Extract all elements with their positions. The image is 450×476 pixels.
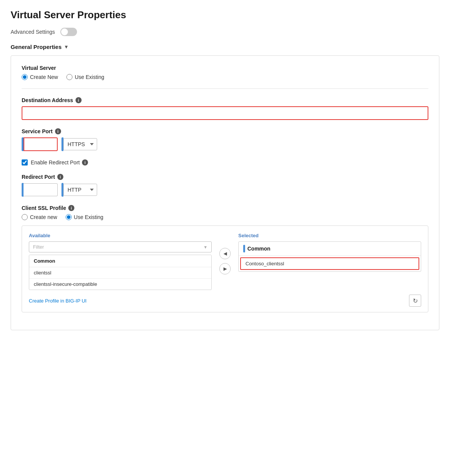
redirect-protocol-wrapper: HTTP HTTPS OTHER [61,183,97,197]
ssl-create-new-radio[interactable] [22,214,28,220]
destination-address-group: Destination Address i 172.16.76.27 [22,97,428,120]
service-port-group: Service Port i 443 HTTPS HTTP OTHER [22,128,428,151]
client-ssl-use-existing[interactable]: Use Existing [66,214,104,220]
service-port-protocol-select[interactable]: HTTPS HTTP OTHER [63,138,97,150]
redirect-port-input-wrapper: 80 [22,183,58,197]
virtual-server-group: Virtual Server Create New Use Existing [22,65,428,80]
service-port-info-icon[interactable]: i [55,128,61,134]
selected-item-contoso[interactable]: Contoso_clientssl [240,257,419,270]
available-group-header: Common [29,255,211,267]
virtual-server-create-new[interactable]: Create New [22,74,58,80]
ssl-footer: Create Profile in BIG-IP UI ↻ [29,295,421,307]
selected-group-header: Common [239,242,421,256]
create-new-label: Create New [30,74,58,80]
create-profile-link[interactable]: Create Profile in BIG-IP UI [29,298,87,304]
advanced-settings-toggle[interactable] [60,28,77,36]
redirect-port-row: 80 HTTP HTTPS OTHER [22,183,428,197]
destination-address-label: Destination Address i [22,97,428,103]
available-list: Common clientssl clientssl-insecure-comp… [29,255,212,290]
service-port-protocol-wrapper: HTTPS HTTP OTHER [61,137,97,151]
redirect-port-label: Redirect Port i [22,174,428,180]
advanced-settings-label: Advanced Settings [11,29,55,35]
filter-icon: ▼ [203,245,208,249]
redirect-port-input[interactable]: 80 [24,183,58,196]
refresh-icon: ↻ [413,297,418,304]
service-port-label: Service Port i [22,128,428,134]
move-left-button[interactable]: ◀ [219,248,231,259]
list-item-clientssl-insecure[interactable]: clientssl-insecure-compatible [29,279,211,290]
ssl-use-existing-radio[interactable] [66,214,72,220]
enable-redirect-info-icon[interactable]: i [82,159,88,165]
enable-redirect-checkbox[interactable] [22,159,28,165]
enable-redirect-label: Enable Redirect Port i [31,159,88,165]
selected-blue-bar [243,245,245,252]
chevron-down-icon: ▼ [64,44,69,50]
ssl-columns: Available ▼ Common clientssl clientssl-i… [29,233,421,290]
redirect-port-info-icon[interactable]: i [57,174,63,180]
create-new-radio[interactable] [22,74,28,80]
general-properties-card: Virtual Server Create New Use Existing D… [11,55,439,330]
client-ssl-radio-group: Create new Use Existing [22,214,428,220]
list-item-clientssl[interactable]: clientssl [29,267,211,279]
divider-1 [22,88,428,89]
redirect-protocol-select[interactable]: HTTP HTTPS OTHER [63,184,97,196]
virtual-server-label: Virtual Server [22,65,428,71]
use-existing-label: Use Existing [75,74,104,80]
ssl-create-new-label: Create new [30,214,57,220]
right-arrow-icon: ▶ [223,266,227,271]
virtual-server-use-existing[interactable]: Use Existing [66,74,104,80]
available-label: Available [29,233,212,238]
filter-input[interactable] [33,244,201,250]
left-arrow-icon: ◀ [223,251,227,256]
service-port-input-wrapper: 443 [22,137,58,151]
use-existing-radio[interactable] [66,74,72,80]
move-right-button[interactable]: ▶ [219,263,231,274]
ssl-selector-container: Available ▼ Common clientssl clientssl-i… [22,225,428,312]
selected-box: Common Contoso_clientssl [238,241,421,272]
service-port-input[interactable]: 443 [24,137,58,151]
client-ssl-group: Client SSL Profile i Create new Use Exis… [22,205,428,312]
destination-address-info-icon[interactable]: i [76,97,82,103]
selected-label: Selected [238,233,421,238]
ssl-use-existing-label: Use Existing [74,214,104,220]
client-ssl-info-icon[interactable]: i [68,205,74,211]
client-ssl-create-new[interactable]: Create new [22,214,57,220]
service-port-row: 443 HTTPS HTTP OTHER [22,137,428,151]
destination-address-input[interactable]: 172.16.76.27 [22,106,428,120]
general-properties-header[interactable]: General Properties ▼ [11,44,439,50]
page-title: Virtual Server Properties [11,9,439,21]
selected-column: Selected Common Contoso_clientssl [238,233,421,272]
enable-redirect-row: Enable Redirect Port i [22,159,428,165]
arrow-column: ◀ ▶ [219,233,231,274]
refresh-button[interactable]: ↻ [409,295,421,307]
virtual-server-radio-group: Create New Use Existing [22,74,428,80]
filter-row: ▼ [29,241,212,252]
redirect-port-group: Redirect Port i 80 HTTP HTTPS OTHER [22,174,428,197]
available-column: Available ▼ Common clientssl clientssl-i… [29,233,212,290]
general-properties-label: General Properties [11,44,61,50]
client-ssl-label: Client SSL Profile i [22,205,428,211]
available-list-wrapper: Common clientssl clientssl-insecure-comp… [29,255,212,290]
